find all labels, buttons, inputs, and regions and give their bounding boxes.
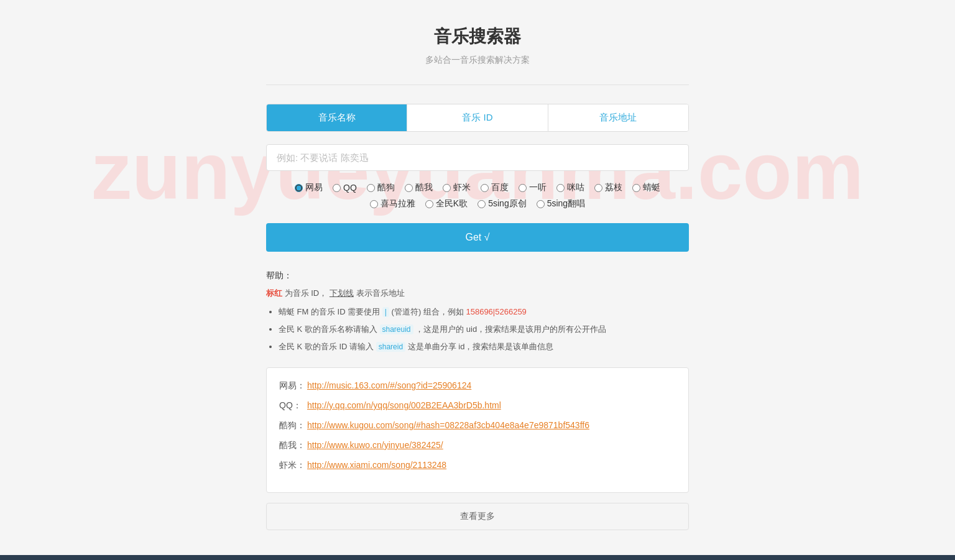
result-qq-link[interactable]: http://y.qq.com/n/yqq/song/002B2EAA3brD5… <box>307 400 501 410</box>
help-list: 蜻蜓 FM 的音乐 ID 需要使用 | (管道符) 组合，例如 158696|5… <box>266 304 689 355</box>
load-more-button[interactable]: 查看更多 <box>266 503 689 530</box>
radio-kuwo[interactable]: 酷我 <box>402 181 435 195</box>
radio-kugou[interactable]: 酷狗 <box>364 181 397 195</box>
radio-baidu[interactable]: 百度 <box>478 181 511 195</box>
result-xiami: 虾米： http://www.xiami.com/song/2113248 <box>279 460 676 471</box>
tab-bar: 音乐名称 音乐 ID 音乐地址 <box>266 104 689 132</box>
radio-yiting[interactable]: 一听 <box>516 181 549 195</box>
radio-xiami[interactable]: 虾米 <box>440 181 473 195</box>
help-item-2: 全民 K 歌的音乐名称请输入 shareuid ，这是用户的 uid，搜索结果是… <box>279 321 689 337</box>
page-subtitle: 多站合一音乐搜索解决方案 <box>266 55 689 66</box>
result-qq: QQ： http://y.qq.com/n/yqq/song/002B2EAA3… <box>279 400 676 411</box>
result-kuwo-link[interactable]: http://www.kuwo.cn/yinyue/382425/ <box>307 440 443 450</box>
help-item-3: 全民 K 歌的音乐 ID 请输入 shareid 这是单曲分享 id，搜索结果是… <box>279 339 689 355</box>
result-wangyi: 网易： http://music.163.com/#/song?id=25906… <box>279 380 676 392</box>
radio-qq[interactable]: QQ <box>330 181 359 195</box>
radio-5sing-cover[interactable]: 5sing翻唱 <box>534 197 588 211</box>
result-kugou-link[interactable]: http://www.kugou.com/song/#hash=08228af3… <box>307 420 589 430</box>
tab-music-url[interactable]: 音乐地址 <box>548 104 688 131</box>
help-item-1: 蜻蜓 FM 的音乐 ID 需要使用 | (管道符) 组合，例如 158696|5… <box>279 304 689 320</box>
source-radio-group: 网易 QQ 酷狗 酷我 虾米 百度 <box>266 181 689 211</box>
help-desc: 标红 为音乐 ID， 下划线 表示音乐地址 <box>266 288 689 299</box>
radio-ximalaya[interactable]: 喜马拉雅 <box>367 197 418 211</box>
radio-quanminkge[interactable]: 全民K歌 <box>423 197 470 211</box>
main-content: zunyueyuanma.com 音乐搜索器 多站合一音乐搜索解决方案 音乐名称… <box>0 0 955 555</box>
divider <box>266 85 689 85</box>
content-wrapper: 音乐搜索器 多站合一音乐搜索解决方案 音乐名称 音乐 ID 音乐地址 网易 QQ… <box>266 25 689 530</box>
result-xiami-link[interactable]: http://www.xiami.com/song/2113248 <box>307 460 446 470</box>
result-kugou: 酷狗： http://www.kugou.com/song/#hash=0822… <box>279 420 676 431</box>
help-section: 帮助： 标红 为音乐 ID， 下划线 表示音乐地址 蜻蜓 FM 的音乐 ID 需… <box>266 270 689 355</box>
radio-migu[interactable]: 咪咕 <box>554 181 587 195</box>
radio-wangyi[interactable]: 网易 <box>292 181 325 195</box>
get-button[interactable]: Get √ <box>266 223 689 252</box>
radio-5sing-original[interactable]: 5sing原创 <box>475 197 528 211</box>
radio-qingting[interactable]: 蜻蜓 <box>630 181 663 195</box>
tab-music-name[interactable]: 音乐名称 <box>267 104 407 131</box>
radio-lizhi[interactable]: 荔枝 <box>592 181 625 195</box>
page-title: 音乐搜索器 <box>266 25 689 48</box>
help-title: 帮助： <box>266 270 689 282</box>
result-wangyi-link[interactable]: http://music.163.com/#/song?id=25906124 <box>307 380 471 390</box>
tab-music-id[interactable]: 音乐 ID <box>407 104 548 131</box>
result-kuwo: 酷我： http://www.kuwo.cn/yinyue/382425/ <box>279 440 676 451</box>
footer: v1.6.2 © 2020 源码下载 意见反馈 免责声明 <box>0 555 955 560</box>
search-input[interactable] <box>266 144 689 171</box>
results-section: 网易： http://music.163.com/#/song?id=25906… <box>266 367 689 493</box>
